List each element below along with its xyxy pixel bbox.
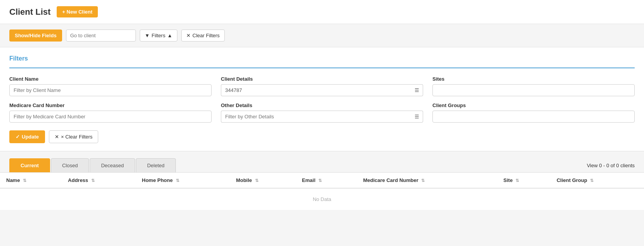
- filters-label: Filters: [152, 33, 165, 38]
- col-site-label: Site: [503, 177, 513, 183]
- col-site[interactable]: Site ⇅: [497, 173, 550, 188]
- col-address[interactable]: Address ⇅: [62, 173, 135, 188]
- sort-icon-client-group: ⇅: [590, 178, 594, 183]
- client-details-wrap: ☰: [221, 84, 423, 96]
- other-details-label: Other Details: [221, 102, 423, 108]
- filters-divider: [9, 68, 635, 68]
- tab-deceased-label: Deceased: [101, 163, 124, 168]
- data-table: Name ⇅ Address ⇅ Home Phone ⇅ Mobile ⇅ E…: [0, 173, 644, 210]
- clear-filters-button[interactable]: ✕ × Clear Filters: [49, 130, 98, 143]
- col-home-phone[interactable]: Home Phone ⇅: [136, 173, 230, 188]
- table-header-row: Name ⇅ Address ⇅ Home Phone ⇅ Mobile ⇅ E…: [0, 173, 644, 188]
- client-details-input[interactable]: [221, 84, 411, 96]
- sites-input[interactable]: [432, 84, 635, 96]
- sort-icon-email: ⇅: [318, 178, 322, 183]
- client-groups-input[interactable]: [432, 111, 635, 123]
- page-title: Client List: [9, 7, 50, 17]
- other-details-input[interactable]: [221, 111, 411, 123]
- col-client-group-label: Client Group: [557, 177, 587, 183]
- filter-group-other-details: Other Details ☰: [221, 102, 423, 123]
- clear-filters-top-label: Clear Filters: [193, 33, 220, 38]
- tabs-left: Current Closed Deceased Deleted: [9, 158, 177, 172]
- sort-icon-site: ⇅: [516, 178, 519, 183]
- client-groups-label: Client Groups: [432, 102, 635, 108]
- col-home-phone-label: Home Phone: [142, 177, 173, 183]
- filters-section: Filters Client Name Client Details ☰ Sit…: [0, 47, 644, 151]
- filter-actions: ✓ Update ✕ × Clear Filters: [9, 130, 635, 143]
- tab-closed-label: Closed: [62, 163, 78, 168]
- client-name-label: Client Name: [9, 76, 212, 82]
- page-header: Client List + New Client: [0, 0, 644, 24]
- no-data-row: No Data: [0, 188, 644, 210]
- col-address-label: Address: [68, 177, 88, 183]
- col-email-label: Email: [302, 177, 316, 183]
- clear-filters-label: × Clear Filters: [61, 134, 92, 140]
- tab-current[interactable]: Current: [9, 158, 50, 172]
- tab-deceased[interactable]: Deceased: [90, 158, 135, 172]
- col-medicare[interactable]: Medicare Card Number ⇅: [357, 173, 497, 188]
- tab-current-label: Current: [21, 163, 39, 168]
- tab-deleted[interactable]: Deleted: [136, 158, 176, 172]
- sort-icon-address: ⇅: [91, 178, 95, 183]
- col-mobile[interactable]: Mobile ⇅: [230, 173, 296, 188]
- col-name[interactable]: Name ⇅: [0, 173, 62, 188]
- sort-icon-medicare: ⇅: [421, 178, 425, 183]
- other-details-list-icon[interactable]: ☰: [411, 111, 423, 123]
- show-hide-fields-button[interactable]: Show/Hide Fields: [9, 29, 62, 42]
- sort-icon-home-phone: ⇅: [176, 178, 179, 183]
- view-count: View 0 - 0 of 0 clients: [587, 163, 635, 172]
- medicare-label: Medicare Card Number: [9, 102, 212, 108]
- filter-group-client-groups: Client Groups: [432, 102, 635, 123]
- sites-label: Sites: [432, 76, 635, 82]
- tabs-row: Current Closed Deceased Deleted View 0 -…: [9, 158, 635, 172]
- filters-title: Filters: [9, 55, 635, 62]
- go-to-client-input[interactable]: [66, 29, 136, 42]
- chevron-up-icon: ▲: [167, 33, 172, 38]
- col-mobile-label: Mobile: [236, 177, 252, 183]
- filter-group-sites: Sites: [432, 76, 635, 96]
- filters-button[interactable]: ▼ Filters ▲: [140, 29, 177, 42]
- client-name-input[interactable]: [9, 84, 212, 96]
- client-details-list-icon[interactable]: ☰: [411, 84, 423, 96]
- medicare-input[interactable]: [9, 111, 212, 123]
- update-label: Update: [22, 134, 39, 140]
- filter-icon: ▼: [145, 33, 150, 38]
- col-medicare-label: Medicare Card Number: [363, 177, 418, 183]
- x-icon: ✕: [55, 134, 59, 140]
- sort-icon-name: ⇅: [23, 178, 26, 183]
- list-icon: ☰: [415, 87, 419, 93]
- filter-group-client-name: Client Name: [9, 76, 212, 96]
- client-details-label: Client Details: [221, 76, 423, 82]
- new-client-button[interactable]: + New Client: [57, 6, 98, 17]
- tab-closed[interactable]: Closed: [51, 158, 89, 172]
- no-data-cell: No Data: [0, 188, 644, 210]
- filter-group-client-details: Client Details ☰: [221, 76, 423, 96]
- clear-filters-top-button[interactable]: ✕ Clear Filters: [181, 29, 225, 42]
- update-button[interactable]: ✓ Update: [9, 130, 45, 143]
- checkmark-icon: ✓: [16, 134, 20, 140]
- filters-grid: Client Name Client Details ☰ Sites Medic…: [9, 76, 635, 123]
- x-icon-top: ✕: [186, 33, 191, 38]
- tabs-section: Current Closed Deceased Deleted View 0 -…: [0, 151, 644, 172]
- col-email[interactable]: Email ⇅: [296, 173, 357, 188]
- table-section: Name ⇅ Address ⇅ Home Phone ⇅ Mobile ⇅ E…: [0, 172, 644, 210]
- col-name-label: Name: [6, 177, 20, 183]
- sort-icon-mobile: ⇅: [255, 178, 259, 183]
- toolbar: Show/Hide Fields ▼ Filters ▲ ✕ Clear Fil…: [0, 24, 644, 47]
- filter-group-medicare: Medicare Card Number: [9, 102, 212, 123]
- list-icon-2: ☰: [415, 114, 419, 120]
- tab-deleted-label: Deleted: [147, 163, 165, 168]
- col-client-group[interactable]: Client Group ⇅: [550, 173, 644, 188]
- other-details-wrap: ☰: [221, 111, 423, 123]
